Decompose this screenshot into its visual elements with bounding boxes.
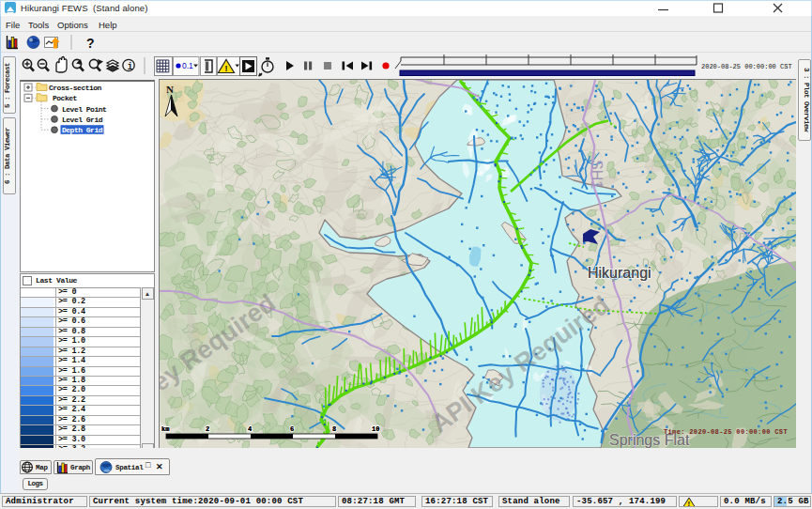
- svg-text:10: 10: [372, 425, 379, 433]
- svg-text:Hikurangi: Hikurangi: [588, 265, 651, 281]
- svg-text:8: 8: [332, 425, 336, 433]
- svg-text:Time: 2020-08-25 00:00:00 CST: Time: 2020-08-25 00:00:00 CST: [664, 428, 788, 436]
- svg-text:Depth Grid: Depth Grid: [62, 126, 103, 134]
- svg-text:!: !: [688, 500, 691, 507]
- svg-text:0.1: 0.1: [182, 61, 193, 70]
- svg-text:Level Point: Level Point: [62, 105, 107, 114]
- svg-text:4: 4: [248, 425, 252, 433]
- svg-text:?: ?: [86, 36, 95, 51]
- svg-text:N: N: [166, 84, 174, 95]
- svg-text:2020-08-25 00:00:00 CST: 2020-08-25 00:00:00 CST: [701, 63, 792, 70]
- svg-text:i: i: [127, 62, 132, 72]
- svg-text:2: 2: [206, 425, 209, 433]
- svg-text:Cross-section: Cross-section: [49, 84, 102, 92]
- svg-text:Pocket: Pocket: [53, 94, 78, 102]
- svg-text:6: 6: [290, 425, 294, 433]
- svg-text:SH1: SH1: [589, 160, 605, 189]
- svg-text:!: !: [225, 64, 228, 73]
- svg-text:km: km: [161, 425, 169, 433]
- svg-text:Level Grid: Level Grid: [62, 116, 103, 124]
